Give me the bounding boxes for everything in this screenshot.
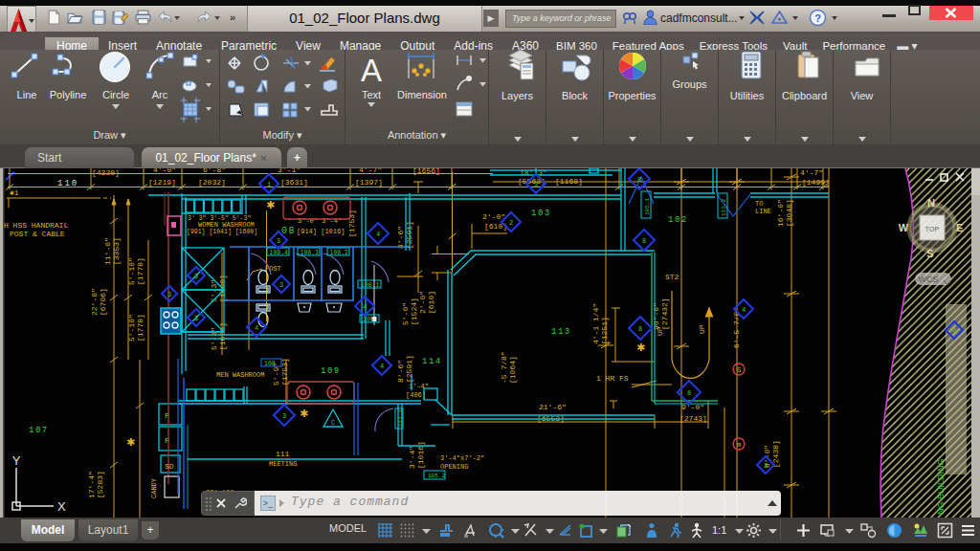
svg-text:[991] [1041] [1600]: [991] [1041] [1600] bbox=[187, 229, 257, 235]
svg-text:109: 109 bbox=[321, 366, 341, 376]
svg-text:Line: Line bbox=[17, 89, 37, 100]
svg-text:[5283]: [5283] bbox=[96, 471, 104, 498]
svg-text:✱1: ✱1 bbox=[10, 188, 19, 197]
svg-text:[3631]: [3631] bbox=[280, 178, 308, 187]
svg-text:2'-0": 2'-0" bbox=[418, 291, 427, 314]
svg-text:108.4: 108.4 bbox=[270, 250, 289, 256]
svg-text:TO: TO bbox=[755, 200, 763, 208]
svg-text:107: 107 bbox=[29, 426, 49, 435]
svg-text:Dimension: Dimension bbox=[397, 89, 447, 100]
svg-text:[1656]: [1656] bbox=[412, 168, 440, 175]
svg-text:Circle: Circle bbox=[102, 89, 129, 100]
svg-text:Arc: Arc bbox=[152, 89, 168, 100]
svg-text:WOMEN WASHROOM: WOMEN WASHROOM bbox=[198, 221, 255, 229]
svg-text:3: 3 bbox=[194, 273, 198, 280]
svg-text:[1219]: [1219] bbox=[148, 178, 176, 187]
svg-text:108.1: 108.1 bbox=[361, 282, 380, 289]
svg-text:4'-1 1/4": 4'-1 1/4" bbox=[591, 303, 600, 344]
svg-text:8: 8 bbox=[638, 325, 642, 333]
svg-text:2: 2 bbox=[509, 219, 513, 227]
svg-text:-5 7/8": -5 7/8" bbox=[500, 351, 508, 384]
svg-text:[1251]: [1251] bbox=[600, 317, 609, 344]
svg-text:8: 8 bbox=[637, 176, 641, 184]
svg-text:3: 3 bbox=[764, 462, 768, 470]
svg-text:108.2: 108.2 bbox=[330, 250, 349, 256]
svg-text:4: 4 bbox=[376, 231, 380, 238]
svg-text:[914] [1016]: [914] [1016] bbox=[297, 228, 345, 235]
svg-text:X: X bbox=[57, 499, 66, 514]
svg-text:W: W bbox=[899, 222, 909, 233]
svg-text:4: 4 bbox=[255, 324, 258, 332]
svg-text:[1064]: [1064] bbox=[508, 356, 517, 384]
svg-text:111.1: 111.1 bbox=[397, 409, 404, 427]
svg-text:8: 8 bbox=[687, 389, 691, 397]
svg-text:1 HR FS: 1 HR FS bbox=[596, 374, 629, 383]
svg-text:6'-8": 6'-8" bbox=[203, 168, 226, 174]
svg-text:3: 3 bbox=[282, 412, 286, 420]
svg-text:90'-0": 90'-0" bbox=[652, 302, 660, 330]
svg-text:08: 08 bbox=[281, 226, 296, 236]
svg-text:WCS: WCS bbox=[919, 275, 939, 284]
svg-text:4: 4 bbox=[380, 363, 384, 370]
svg-text:[2743]: [2743] bbox=[679, 414, 707, 423]
svg-text:105.1: 105.1 bbox=[644, 198, 651, 215]
svg-text:8: 8 bbox=[642, 237, 646, 245]
svg-text:✱: ✱ bbox=[126, 436, 135, 448]
svg-text:4: 4 bbox=[952, 327, 956, 335]
svg-text:2'-0": 2'-0" bbox=[482, 212, 505, 221]
svg-text:E: E bbox=[956, 222, 963, 233]
svg-text:✱: ✱ bbox=[636, 342, 645, 353]
svg-text:3'-0" 3'-4": 3'-0" 3'-4" bbox=[298, 217, 342, 225]
svg-text:17'-4": 17'-4" bbox=[87, 471, 96, 498]
svg-text:[610]: [610] bbox=[427, 291, 435, 314]
svg-text:3: 3 bbox=[194, 315, 198, 322]
svg-text:105.2: 105.2 bbox=[428, 473, 445, 479]
svg-text:S: S bbox=[926, 248, 933, 259]
svg-text:4: 4 bbox=[742, 306, 746, 314]
svg-text:POST & CABLE: POST & CABLE bbox=[10, 230, 65, 238]
svg-text:102: 102 bbox=[668, 215, 688, 225]
svg-text:108: 108 bbox=[264, 361, 276, 367]
svg-text:105: 105 bbox=[363, 317, 374, 323]
svg-text:[1778]: [1778] bbox=[136, 257, 145, 285]
svg-text:4: 4 bbox=[363, 303, 367, 311]
svg-text:103: 103 bbox=[531, 209, 551, 218]
svg-text:ST2: ST2 bbox=[665, 273, 679, 281]
svg-text:[27432]: [27432] bbox=[660, 298, 669, 330]
svg-text:[2032]: [2032] bbox=[198, 178, 226, 187]
svg-text:MEETING: MEETING bbox=[269, 460, 297, 468]
svg-text:113: 113 bbox=[551, 327, 571, 337]
svg-text:3: 3 bbox=[534, 181, 538, 188]
svg-text:4'-7": 4'-7" bbox=[800, 168, 823, 177]
svg-text:NG BUILDING: NG BUILDING bbox=[936, 458, 946, 515]
svg-text:TOP: TOP bbox=[925, 226, 940, 232]
svg-text:[406]: [406] bbox=[406, 391, 426, 399]
svg-text:[4320]: [4320] bbox=[92, 168, 120, 177]
svg-text:LINE: LINE bbox=[755, 208, 771, 215]
svg-text:8'-6": 8'-6" bbox=[396, 360, 405, 383]
svg-text:?: ? bbox=[814, 12, 821, 24]
svg-text:115.2: 115.2 bbox=[721, 199, 727, 216]
svg-text:3: 3 bbox=[279, 281, 283, 289]
svg-text:16'-0": 16'-0" bbox=[776, 199, 785, 227]
svg-text:[1778]: [1778] bbox=[136, 314, 145, 342]
svg-text:[6706]: [6706] bbox=[99, 288, 107, 316]
svg-text:Text: Text bbox=[362, 89, 381, 100]
svg-text:8'-6": 8'-6" bbox=[396, 226, 405, 249]
svg-text:C: C bbox=[331, 419, 335, 427]
svg-text:OPENING: OPENING bbox=[440, 463, 468, 471]
svg-text:MEN WASHROOM: MEN WASHROOM bbox=[216, 371, 264, 379]
svg-text:SD: SD bbox=[165, 462, 174, 471]
svg-text:3'-1": 3'-1" bbox=[278, 168, 301, 174]
svg-text:3'-4"x7'-2": 3'-4"x7'-2" bbox=[440, 454, 484, 462]
svg-text:4'-7": 4'-7" bbox=[359, 168, 382, 174]
svg-text:22'-0": 22'-0" bbox=[90, 288, 99, 316]
svg-text:CANDY: CANDY bbox=[150, 477, 158, 498]
svg-text:A: A bbox=[361, 53, 382, 88]
svg-text:N: N bbox=[927, 197, 935, 209]
svg-text:114: 114 bbox=[422, 357, 442, 366]
svg-text:m: m bbox=[737, 441, 741, 449]
svg-text:Polyline: Polyline bbox=[50, 89, 87, 100]
svg-text:108.3: 108.3 bbox=[301, 250, 320, 256]
svg-text:[1499]: [1499] bbox=[802, 178, 830, 187]
